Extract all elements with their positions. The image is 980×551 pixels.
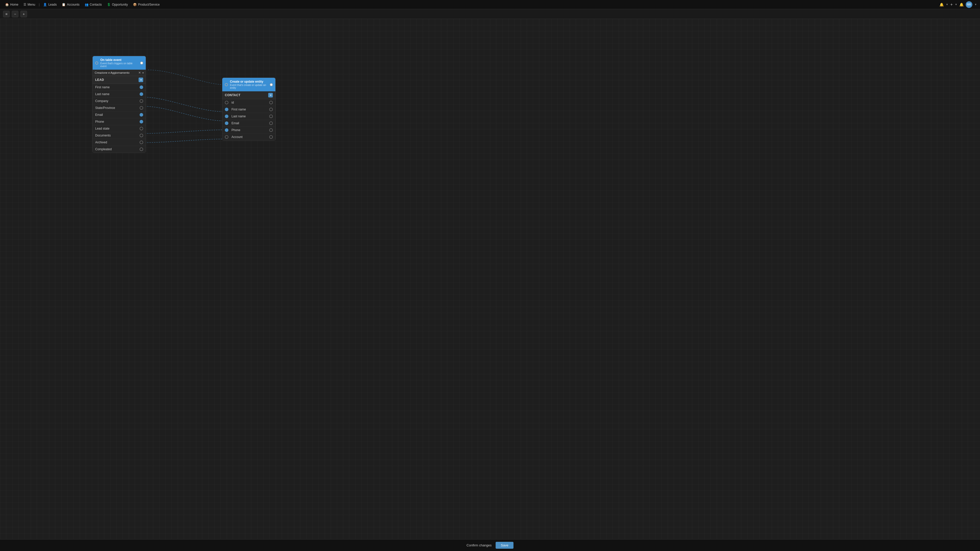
connections-svg xyxy=(0,19,980,539)
trigger-field-lead-state[interactable]: Lead state xyxy=(93,125,146,132)
action-field-handle-left-phone[interactable] xyxy=(225,128,228,132)
topnav: 🏠 Home ☰ Menu | 👤 Leads 📋 Accounts 👥 Con… xyxy=(0,0,980,9)
trigger-field-handle-lead-state[interactable] xyxy=(140,127,143,130)
trigger-field-documents[interactable]: Documents xyxy=(93,132,146,139)
menu-icon: ☰ xyxy=(24,3,26,6)
trigger-field-handle-compleated[interactable] xyxy=(140,148,143,151)
trigger-entity-header: LEAD ✕ xyxy=(93,76,146,84)
action-header[interactable]: Create or update entity Event that's cre… xyxy=(222,78,275,91)
trigger-subheader-chevron[interactable]: ▾ xyxy=(142,71,144,74)
action-field-label-account: Account xyxy=(231,135,269,139)
action-field-handle-left-id[interactable] xyxy=(225,101,228,104)
avatar[interactable]: GG xyxy=(966,1,972,8)
trigger-field-email[interactable]: Email xyxy=(93,111,146,118)
nav-accounts[interactable]: 📋 Accounts xyxy=(60,2,81,7)
canvas-toolbar: ≡ − + xyxy=(0,9,980,19)
action-field-phone[interactable]: Phone xyxy=(222,127,275,134)
action-title: Create or update entity xyxy=(230,80,268,83)
action-field-label-last-name: Last name xyxy=(231,114,269,118)
nav-menu[interactable]: ☰ Menu xyxy=(21,2,37,7)
trigger-subheader-close[interactable]: ✕ xyxy=(138,71,141,75)
trigger-field-label-compleated: Compleated xyxy=(95,148,112,151)
action-field-label-phone: Phone xyxy=(231,128,269,132)
plus-icon[interactable]: + xyxy=(950,2,953,7)
action-field-handle-right-account[interactable] xyxy=(269,135,273,139)
action-field-handle-right-email[interactable] xyxy=(269,121,273,125)
trigger-field-handle-company[interactable] xyxy=(140,99,143,103)
action-field-account[interactable]: Account xyxy=(222,134,275,140)
hamburger-icon: ≡ xyxy=(5,12,7,16)
workflow-canvas[interactable]: On table event Event that's triggers on … xyxy=(0,19,980,539)
minus-icon: − xyxy=(14,12,16,16)
action-field-handle-left-email[interactable] xyxy=(225,121,228,125)
leads-icon: 👤 xyxy=(43,3,47,6)
action-field-first-name[interactable]: First name xyxy=(222,106,275,113)
trigger-field-phone[interactable]: Phone xyxy=(93,118,146,125)
action-field-handle-right-first-name[interactable] xyxy=(269,108,273,111)
nav-home[interactable]: 🏠 Home xyxy=(3,2,21,7)
accounts-icon: 📋 xyxy=(62,3,65,6)
action-field-handle-left-first-name[interactable] xyxy=(225,108,228,111)
plus-icon: + xyxy=(23,12,25,16)
trigger-field-handle-first-name[interactable] xyxy=(140,86,143,89)
action-field-email[interactable]: Email xyxy=(222,120,275,127)
action-field-label-first-name: First name xyxy=(231,108,269,111)
trigger-field-label-email: Email xyxy=(95,113,103,117)
action-node: Create or update entity Event that's cre… xyxy=(222,78,275,141)
plus-button[interactable]: + xyxy=(21,11,27,17)
action-entity-title: CONTACT xyxy=(225,94,240,97)
nav-contacts[interactable]: 👥 Contacts xyxy=(83,2,104,7)
trigger-field-state-province[interactable]: State/Province xyxy=(93,105,146,111)
nav-opportunity[interactable]: 💲 Opportunity xyxy=(105,2,130,7)
nav-productservice[interactable]: 📦 Product/Service xyxy=(131,2,162,7)
action-field-id[interactable]: id xyxy=(222,99,275,106)
topnav-right: 🔔 ▼ + ▼ 🔔 GG ▼ xyxy=(939,1,977,8)
trigger-entity-close[interactable]: ✕ xyxy=(138,78,143,82)
trigger-field-archived[interactable]: Archived xyxy=(93,139,146,146)
trigger-field-handle-state-province[interactable] xyxy=(140,106,143,110)
trigger-fields: First name Last name Company State/Provi… xyxy=(93,84,146,152)
action-fields: id First name Last name Email Phone Acco… xyxy=(222,99,275,140)
trigger-right-handle[interactable] xyxy=(140,62,143,65)
action-right-handle[interactable] xyxy=(270,83,273,86)
trigger-field-last-name[interactable]: Last name xyxy=(93,91,146,98)
hamburger-button[interactable]: ≡ xyxy=(3,11,10,17)
action-field-handle-right-phone[interactable] xyxy=(269,128,273,132)
opportunity-icon: 💲 xyxy=(107,3,111,6)
bell-icon[interactable]: 🔔 xyxy=(939,3,944,6)
action-field-handle-right-last-name[interactable] xyxy=(269,114,273,118)
action-field-last-name[interactable]: Last name xyxy=(222,113,275,120)
trigger-left-handle[interactable] xyxy=(95,62,98,65)
chevron-down-icon[interactable]: ▼ xyxy=(946,3,948,6)
trigger-field-label-archived: Archived xyxy=(95,141,107,144)
trigger-node: On table event Event that's triggers on … xyxy=(92,56,146,153)
trigger-field-handle-documents[interactable] xyxy=(140,134,143,137)
action-left-handle[interactable] xyxy=(225,83,228,86)
home-icon: 🏠 xyxy=(5,3,9,6)
nav-leads[interactable]: 👤 Leads xyxy=(41,2,59,7)
trigger-field-first-name[interactable]: First name xyxy=(93,84,146,91)
trigger-field-handle-email[interactable] xyxy=(140,113,143,117)
confirm-text: Confirm changes xyxy=(466,543,492,547)
action-field-handle-left-account[interactable] xyxy=(225,135,228,139)
save-button[interactable]: Save xyxy=(496,542,514,549)
contacts-icon: 👥 xyxy=(85,3,89,6)
trigger-entity-title: LEAD xyxy=(95,78,104,82)
trigger-field-compleated[interactable]: Compleated xyxy=(93,146,146,152)
action-field-handle-left-last-name[interactable] xyxy=(225,114,228,118)
trigger-field-company[interactable]: Company xyxy=(93,98,146,105)
trigger-field-handle-archived[interactable] xyxy=(140,141,143,144)
trigger-field-handle-phone[interactable] xyxy=(140,120,143,124)
trigger-field-label-state-province: State/Province xyxy=(95,106,115,110)
avatar-chevron[interactable]: ▼ xyxy=(974,3,977,6)
action-entity-close[interactable]: ✕ xyxy=(268,93,273,97)
trigger-subheader[interactable]: Creazione e Aggiornamento ✕ ▾ xyxy=(93,70,146,76)
minus-button[interactable]: − xyxy=(12,11,18,17)
notification-icon[interactable]: 🔔 xyxy=(959,3,964,6)
chevron-right-icon[interactable]: ▼ xyxy=(955,3,957,6)
productservice-icon: 📦 xyxy=(133,3,137,6)
trigger-field-handle-last-name[interactable] xyxy=(140,92,143,96)
action-field-handle-right-id[interactable] xyxy=(269,101,273,104)
trigger-field-label-company: Company xyxy=(95,99,108,103)
trigger-header[interactable]: On table event Event that's triggers on … xyxy=(93,56,146,70)
